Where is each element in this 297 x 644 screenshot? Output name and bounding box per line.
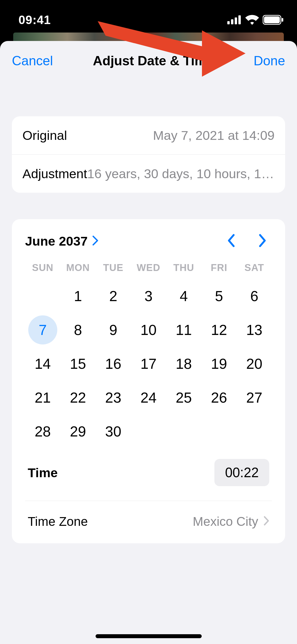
calendar-day-number: 28 xyxy=(28,417,57,446)
calendar-day[interactable]: 6 xyxy=(237,279,272,313)
weekday-label: THU xyxy=(166,262,201,273)
calendar-day-number: 29 xyxy=(63,417,92,446)
calendar-day-number: 16 xyxy=(99,349,128,378)
calendar-day[interactable]: 9 xyxy=(96,313,131,347)
calendar-day-number: 8 xyxy=(63,315,92,344)
calendar-day[interactable]: 13 xyxy=(237,313,272,347)
svg-rect-2 xyxy=(235,17,237,24)
calendar-day-number: 27 xyxy=(240,383,269,412)
calendar-day-number: 10 xyxy=(134,315,163,344)
calendar-day-number: 24 xyxy=(134,383,163,412)
weekday-label: SUN xyxy=(25,262,60,273)
weekday-header-row: SUNMONTUEWEDTHUFRISAT xyxy=(25,262,272,273)
svg-rect-3 xyxy=(238,15,241,24)
calendar-grid: 1234567891011121314151617181920212223242… xyxy=(25,279,272,448)
weekday-label: WED xyxy=(131,262,166,273)
time-row: Time 00:22 xyxy=(25,448,272,501)
next-month-button[interactable] xyxy=(259,234,267,249)
calendar-day[interactable]: 4 xyxy=(166,279,201,313)
calendar-day[interactable]: 12 xyxy=(201,313,237,347)
calendar-day-number: 1 xyxy=(63,282,92,311)
calendar-day[interactable]: 22 xyxy=(60,381,96,415)
calendar-day-number: 11 xyxy=(169,315,198,344)
calendar-day-number: 20 xyxy=(240,349,269,378)
calendar-day[interactable]: 25 xyxy=(166,381,201,415)
calendar-day-number: 9 xyxy=(99,315,128,344)
calendar-day-number: 4 xyxy=(169,282,198,311)
weekday-label: FRI xyxy=(201,262,237,273)
calendar-day-number: 23 xyxy=(99,383,128,412)
calendar-day-number: 22 xyxy=(63,383,92,412)
calendar-day[interactable]: 21 xyxy=(25,381,60,415)
calendar-day-number: 26 xyxy=(205,383,234,412)
calendar-day[interactable]: 10 xyxy=(131,313,166,347)
calendar-day[interactable]: 30 xyxy=(96,415,131,448)
svg-rect-6 xyxy=(282,18,283,22)
calendar-day-number: 18 xyxy=(169,349,198,378)
cancel-button[interactable]: Cancel xyxy=(12,53,53,68)
timezone-row[interactable]: Time Zone Mexico City xyxy=(25,501,272,543)
done-button[interactable]: Done xyxy=(253,53,285,68)
calendar-day-number: 17 xyxy=(134,349,163,378)
calendar-day-number: 25 xyxy=(169,383,198,412)
calendar-day[interactable]: 14 xyxy=(25,347,60,381)
calendar-day[interactable]: 28 xyxy=(25,415,60,448)
svg-rect-0 xyxy=(227,21,230,24)
calendar-header: June 2037 xyxy=(25,234,272,249)
original-value: May 7, 2021 at 14:09 xyxy=(153,128,275,143)
modal-title: Adjust Date & Time xyxy=(93,53,214,68)
calendar-day-number: 14 xyxy=(28,349,57,378)
calendar-card: June 2037 SUNMONTUEWEDTHUFRISAT 12345678… xyxy=(12,219,285,543)
original-label: Original xyxy=(22,128,67,143)
calendar-day-number: 5 xyxy=(205,282,234,311)
chevron-right-icon xyxy=(263,514,269,529)
chevron-right-icon xyxy=(92,234,98,249)
status-icons xyxy=(227,15,284,25)
status-time: 09:41 xyxy=(18,13,51,27)
calendar-day-number: 21 xyxy=(28,383,57,412)
calendar-day[interactable]: 29 xyxy=(60,415,96,448)
calendar-day[interactable]: 1 xyxy=(60,279,96,313)
status-bar: 09:41 xyxy=(0,0,297,34)
calendar-day-number: 12 xyxy=(205,315,234,344)
cellular-icon xyxy=(227,15,242,24)
calendar-day[interactable]: 16 xyxy=(96,347,131,381)
calendar-day[interactable]: 27 xyxy=(237,381,272,415)
svg-rect-5 xyxy=(264,16,280,23)
original-row: Original May 7, 2021 at 14:09 xyxy=(12,116,285,154)
calendar-day[interactable]: 8 xyxy=(60,313,96,347)
calendar-day[interactable]: 26 xyxy=(201,381,237,415)
calendar-day[interactable]: 18 xyxy=(166,347,201,381)
timezone-value: Mexico City xyxy=(193,514,269,529)
calendar-day[interactable]: 7 xyxy=(25,313,60,347)
month-picker-button[interactable]: June 2037 xyxy=(25,234,98,249)
calendar-day-number: 2 xyxy=(99,282,128,311)
calendar-day[interactable]: 23 xyxy=(96,381,131,415)
calendar-day-number: 15 xyxy=(63,349,92,378)
calendar-day[interactable]: 2 xyxy=(96,279,131,313)
calendar-day-number: 30 xyxy=(99,417,128,446)
modal-nav-bar: Cancel Adjust Date & Time Done xyxy=(0,41,297,81)
calendar-day[interactable]: 5 xyxy=(201,279,237,313)
adjustment-row: Adjustment 16 years, 30 days, 10 hours, … xyxy=(12,154,285,193)
battery-icon xyxy=(263,15,284,25)
calendar-day[interactable]: 20 xyxy=(237,347,272,381)
calendar-day[interactable]: 24 xyxy=(131,381,166,415)
adjustment-value: 16 years, 30 days, 10 hours, 13 minu… xyxy=(87,166,275,181)
calendar-day[interactable]: 11 xyxy=(166,313,201,347)
calendar-day[interactable]: 19 xyxy=(201,347,237,381)
weekday-label: MON xyxy=(60,262,96,273)
calendar-day[interactable]: 3 xyxy=(131,279,166,313)
calendar-day[interactable]: 17 xyxy=(131,347,166,381)
calendar-day-number: 7 xyxy=(28,315,57,344)
calendar-empty-cell xyxy=(25,279,60,313)
calendar-day-number: 13 xyxy=(240,315,269,344)
month-label: June 2037 xyxy=(25,234,88,249)
adjustment-label: Adjustment xyxy=(22,166,87,181)
prev-month-button[interactable] xyxy=(227,234,235,249)
home-indicator[interactable] xyxy=(96,634,202,638)
calendar-day[interactable]: 15 xyxy=(60,347,96,381)
timezone-label: Time Zone xyxy=(28,514,88,529)
calendar-day-number: 6 xyxy=(240,282,269,311)
time-picker-button[interactable]: 00:22 xyxy=(214,459,269,486)
